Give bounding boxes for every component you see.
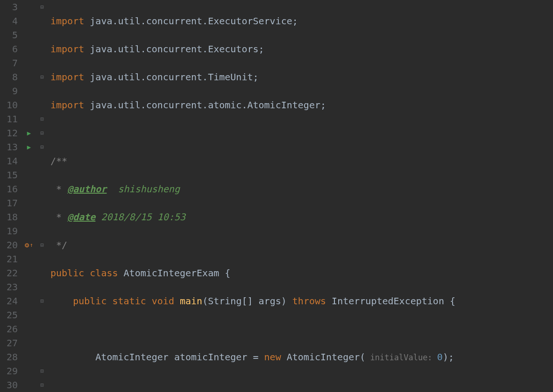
line-number: 12 — [0, 126, 21, 140]
line-number: 24 — [0, 294, 21, 308]
fold-icon[interactable]: ⊟ — [40, 140, 43, 154]
code-line[interactable]: * @date 2018/8/15 10:53 — [50, 210, 455, 224]
code-area[interactable]: import java.util.concurrent.ExecutorServ… — [47, 0, 455, 392]
fold-icon[interactable]: ⊡ — [40, 112, 43, 126]
line-number: 7 — [0, 56, 21, 70]
line-number: 19 — [0, 224, 21, 238]
fold-icon[interactable]: ⊟ — [40, 70, 43, 84]
recursive-icon: ↑ — [30, 238, 33, 252]
fold-icon[interactable]: ⊡ — [40, 378, 43, 392]
fold-icon[interactable]: ⊡ — [40, 294, 43, 308]
line-number: 18 — [0, 210, 21, 224]
line-number: 9 — [0, 84, 21, 98]
code-line[interactable]: * @author shishusheng — [50, 182, 455, 196]
line-number: 25 — [0, 308, 21, 322]
line-number: 20 — [0, 238, 21, 252]
code-line[interactable]: AtomicInteger atomicInteger = new Atomic… — [50, 350, 455, 364]
line-number: 23 — [0, 280, 21, 294]
code-line[interactable] — [50, 378, 455, 392]
code-line[interactable] — [50, 322, 455, 336]
line-number: 10 — [0, 98, 21, 112]
line-number: 13 — [0, 140, 21, 154]
code-line[interactable]: public class AtomicIntegerExam { — [50, 266, 455, 280]
gutter-icons: ▶ ▶ ❂↑ — [21, 0, 37, 392]
fold-icon[interactable]: ⊟ — [40, 126, 43, 140]
fold-icon[interactable]: ⊟ — [40, 238, 43, 252]
run-icon[interactable]: ▶ — [27, 126, 31, 140]
fold-icon[interactable]: ⊟ — [40, 0, 43, 14]
code-line[interactable]: import java.util.concurrent.TimeUnit; — [50, 70, 455, 84]
line-number: 17 — [0, 196, 21, 210]
line-number: 22 — [0, 266, 21, 280]
code-line[interactable]: /** — [50, 154, 455, 168]
line-number: 27 — [0, 336, 21, 350]
fold-icon[interactable]: ⊡ — [40, 364, 43, 378]
code-editor[interactable]: 3 4 5 6 7 8 9 10 11 12 13 14 15 16 17 18… — [0, 0, 553, 392]
line-number: 4 — [0, 14, 21, 28]
line-gutter: 3 4 5 6 7 8 9 10 11 12 13 14 15 16 17 18… — [0, 0, 21, 392]
line-number: 21 — [0, 252, 21, 266]
line-number: 6 — [0, 42, 21, 56]
line-number: 15 — [0, 168, 21, 182]
line-number: 30 — [0, 378, 21, 392]
line-number: 29 — [0, 364, 21, 378]
line-number: 11 — [0, 112, 21, 126]
line-number: 8 — [0, 70, 21, 84]
parameter-hint: initialValue: — [365, 353, 437, 362]
line-number: 5 — [0, 28, 21, 42]
code-line[interactable]: import java.util.concurrent.ExecutorServ… — [50, 14, 455, 28]
code-line[interactable]: import java.util.concurrent.atomic.Atomi… — [50, 98, 455, 112]
lambda-icon[interactable]: ❂ — [25, 238, 29, 252]
run-icon[interactable]: ▶ — [27, 140, 31, 154]
code-line[interactable] — [50, 126, 455, 140]
line-number: 26 — [0, 322, 21, 336]
code-line[interactable]: import java.util.concurrent.Executors; — [50, 42, 455, 56]
line-number: 28 — [0, 350, 21, 364]
line-number: 3 — [0, 0, 21, 14]
code-line[interactable]: public static void main(String[] args) t… — [50, 294, 455, 308]
line-number: 14 — [0, 154, 21, 168]
fold-gutter: ⊟ ⊟ ⊡ ⊟ ⊟ ⊟ ⊡ ⊡ ⊡ — [37, 0, 47, 392]
line-number: 16 — [0, 182, 21, 196]
code-line[interactable]: */ — [50, 238, 455, 252]
